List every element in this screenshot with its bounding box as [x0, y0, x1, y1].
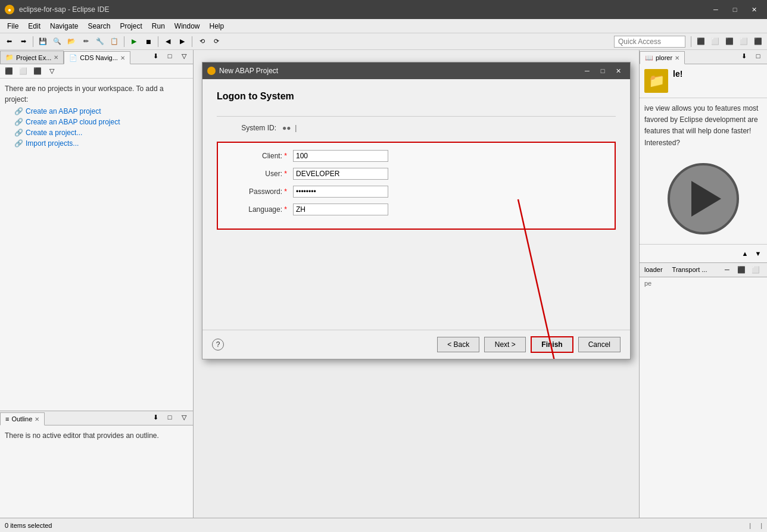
right-panel-max-btn[interactable]: □	[752, 49, 765, 62]
maximize-panel-btn[interactable]: □	[163, 49, 176, 62]
toolbar-btn-12[interactable]: ⟳	[210, 35, 223, 48]
panel-toolbar-btn-1[interactable]: ⬛	[2, 65, 15, 78]
toolbar-sep-5	[691, 36, 691, 47]
back-button[interactable]: < Back	[437, 337, 479, 352]
right-panel-min-btn[interactable]: ⬇	[737, 49, 750, 62]
panel-toolbar-btn-3[interactable]: ⬛	[31, 65, 44, 78]
credentials-section: Client: * User: * Password: *	[217, 142, 616, 230]
bottom-sort-btn[interactable]: ⬜	[749, 263, 762, 276]
toolbar-btn-10[interactable]: ▶	[176, 35, 189, 48]
password-input[interactable]	[293, 186, 388, 198]
tab-close-project[interactable]: ✕	[54, 54, 58, 61]
quick-access-input[interactable]	[614, 36, 685, 48]
maximize-button[interactable]: □	[727, 4, 743, 15]
toolbar-view-4[interactable]: ⬜	[737, 35, 750, 48]
minimize-button[interactable]: ─	[707, 4, 724, 15]
menu-search[interactable]: Search	[83, 21, 115, 32]
tab-welcome-explorer[interactable]: 📖 plorer ✕	[640, 51, 685, 64]
user-row: User: *	[227, 168, 605, 180]
toolbar-btn-8[interactable]: ⏹	[142, 35, 155, 48]
outline-text: There is no active editor that provides …	[5, 430, 188, 441]
tab-close-cds[interactable]: ✕	[120, 55, 125, 61]
menu-run[interactable]: Run	[147, 21, 170, 32]
toolbar-view-2[interactable]: ⬜	[709, 35, 722, 48]
toolbar-save[interactable]: 💾	[36, 35, 49, 48]
tab-label-project: Project Ex...	[16, 54, 51, 61]
language-label: Language: *	[227, 205, 293, 214]
modal-maximize-btn[interactable]: □	[595, 65, 610, 76]
panel-toolbar-btn-2[interactable]: ⬜	[17, 65, 30, 78]
outline-menu-btn[interactable]: ▽	[177, 411, 191, 424]
toolbar-view-5[interactable]: ⬛	[752, 35, 765, 48]
modal-overlay: New ABAP Project ─ □ ✕ Logon to System S…	[194, 50, 639, 503]
menu-window[interactable]: Window	[170, 21, 205, 32]
link-import-projects[interactable]: 🔗Import projects...	[14, 139, 188, 148]
footer-left: ?	[212, 339, 224, 351]
bottom-type-label: pe	[644, 280, 651, 287]
link-create-abap[interactable]: 🔗Create an ABAP project	[14, 107, 188, 115]
tab-icon-project: 📁	[5, 54, 14, 61]
system-id-label: System ID:	[217, 124, 282, 132]
tab-cds-navigator[interactable]: 📄 CDS Navig... ✕	[64, 51, 130, 64]
menu-navigate[interactable]: Navigate	[45, 21, 83, 32]
menu-project[interactable]: Project	[115, 21, 146, 32]
scroll-down-btn[interactable]: ▼	[752, 247, 765, 260]
modal-close-btn[interactable]: ✕	[611, 65, 625, 76]
toolbar-btn-7[interactable]: 📋	[108, 35, 121, 48]
close-button[interactable]: ✕	[746, 4, 762, 15]
main-layout: 📁 Project Ex... ✕ 📄 CDS Navig... ✕ ⬇ □ ▽…	[0, 50, 767, 518]
toolbar-btn-1[interactable]: ⬅	[2, 35, 15, 48]
client-label: Client: *	[227, 152, 293, 160]
bottom-expand-btn[interactable]: ⬛	[735, 263, 748, 276]
bottom-min-btn[interactable]: ─	[721, 263, 734, 276]
toolbar-view-3[interactable]: ⬛	[723, 35, 736, 48]
modal-titlebar: New ABAP Project ─ □ ✕	[202, 62, 630, 79]
play-icon	[691, 181, 721, 217]
outline-max-btn[interactable]: □	[163, 411, 176, 424]
tab-outline[interactable]: ≡ Outline ✕	[0, 412, 45, 425]
tab-project-explorer[interactable]: 📁 Project Ex... ✕	[0, 51, 64, 64]
right-panel-heading-box: le!	[673, 69, 682, 79]
client-row: Client: *	[227, 150, 605, 162]
toolbar-btn-3[interactable]: 🔍	[51, 35, 64, 48]
bottom-panel-content: pe	[640, 277, 767, 289]
user-input[interactable]	[293, 168, 388, 180]
window-controls: ─ □ ✕	[707, 4, 762, 15]
scroll-controls: ▲ ▼	[640, 244, 767, 262]
modal-minimize-btn[interactable]: ─	[580, 65, 594, 76]
help-button[interactable]: ?	[212, 339, 224, 351]
toolbar-view-1[interactable]: ⬛	[694, 35, 707, 48]
toolbar-btn-4[interactable]: 📂	[65, 35, 78, 48]
toolbar-btn-5[interactable]: ✏	[79, 35, 92, 48]
password-row: Password: *	[227, 186, 605, 198]
minimize-panel-btn[interactable]: ⬇	[149, 49, 162, 62]
tab-close-outline[interactable]: ✕	[35, 416, 39, 423]
toolbar-btn-11[interactable]: ⟲	[195, 35, 208, 48]
left-tab-icons: ⬇ □ ▽	[146, 48, 193, 64]
outline-min-btn[interactable]: ⬇	[149, 411, 162, 424]
link-icon-4: 🔗	[14, 139, 23, 148]
cancel-button[interactable]: Cancel	[578, 337, 621, 352]
scroll-up-btn[interactable]: ▲	[738, 247, 752, 260]
panel-toolbar-btn-4[interactable]: ▽	[45, 65, 58, 78]
toolbar-run[interactable]: ▶	[127, 35, 141, 48]
toolbar-btn-2[interactable]: ➡	[17, 35, 30, 48]
link-create-project[interactable]: 🔗Create a project...	[14, 129, 188, 137]
view-menu-btn[interactable]: ▽	[177, 49, 191, 62]
client-input[interactable]	[293, 150, 388, 162]
transport-label: Transport ...	[672, 266, 707, 273]
outline-tab-bar: ≡ Outline ✕ ⬇ □ ▽	[0, 411, 193, 425]
link-create-cloud[interactable]: 🔗Create an ABAP cloud project	[14, 118, 188, 126]
toolbar-btn-9[interactable]: ◀	[161, 35, 174, 48]
tab-close-welcome[interactable]: ✕	[675, 55, 679, 61]
language-input[interactable]	[293, 204, 388, 215]
finish-button[interactable]: Finish	[531, 336, 573, 353]
next-button[interactable]: Next >	[484, 337, 526, 352]
toolbar-btn-6[interactable]: 🔧	[93, 35, 107, 48]
status-text: 0 items selected	[5, 522, 52, 529]
menu-help[interactable]: Help	[205, 21, 229, 32]
status-right: | |	[749, 522, 762, 529]
play-button[interactable]	[668, 163, 739, 234]
menu-file[interactable]: File	[2, 21, 23, 32]
menu-edit[interactable]: Edit	[23, 21, 45, 32]
